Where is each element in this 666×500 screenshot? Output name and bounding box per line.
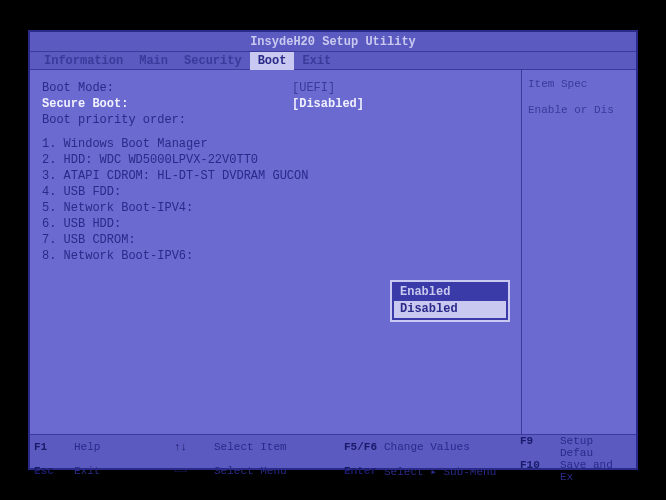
help-esc: EscExit xyxy=(30,465,170,477)
tab-exit[interactable]: Exit xyxy=(294,52,339,70)
help-row-1: F1Help ↑↓Select Item F5/F6Change Values … xyxy=(30,435,636,459)
popup-option-enabled[interactable]: Enabled xyxy=(394,284,506,301)
help-bar: F1Help ↑↓Select Item F5/F6Change Values … xyxy=(30,434,636,468)
help-f9: F9Setup Defau xyxy=(516,435,636,459)
help-f10: F10Save and Ex xyxy=(516,459,636,483)
help-updown: ↑↓Select Item xyxy=(170,441,340,453)
boot-item-4[interactable]: USB FDD: xyxy=(42,184,509,200)
boot-item-5[interactable]: Network Boot-IPV4: xyxy=(42,200,509,216)
boot-mode-value: UEFI xyxy=(292,80,335,96)
app-title: InsydeH20 Setup Utility xyxy=(250,35,416,49)
secure-boot-row[interactable]: Secure Boot: Disabled xyxy=(42,96,509,112)
secure-boot-popup: Enabled Disabled xyxy=(390,280,510,322)
secure-boot-value: Disabled xyxy=(292,96,364,112)
tab-main[interactable]: Main xyxy=(131,52,176,70)
boot-item-1[interactable]: Windows Boot Manager xyxy=(42,136,509,152)
tab-information[interactable]: Information xyxy=(36,52,131,70)
help-leftr: ←→Select Menu xyxy=(170,465,340,477)
boot-priority-label: Boot priority order: xyxy=(42,112,292,128)
boot-item-8[interactable]: Network Boot-IPV6: xyxy=(42,248,509,264)
help-text: Enable or Dis xyxy=(528,104,630,116)
boot-item-2[interactable]: HDD: WDC WD5000LPVX-22V0TT0 xyxy=(42,152,509,168)
help-f1: F1Help xyxy=(30,441,170,453)
boot-priority-list: Windows Boot Manager HDD: WDC WD5000LPVX… xyxy=(42,136,509,264)
secure-boot-label: Secure Boot: xyxy=(42,96,292,112)
help-title: Item Spec xyxy=(528,78,630,90)
help-panel: Item Spec Enable or Dis xyxy=(521,70,636,434)
boot-mode-label: Boot Mode: xyxy=(42,80,292,96)
bios-screen: InsydeH20 Setup Utility Information Main… xyxy=(28,30,638,470)
tab-security[interactable]: Security xyxy=(176,52,250,70)
boot-item-3[interactable]: ATAPI CDROM: HL-DT-ST DVDRAM GUCON xyxy=(42,168,509,184)
help-enter: EnterSelect ▸ Sub-Menu xyxy=(340,465,516,478)
boot-priority-header: Boot priority order: xyxy=(42,112,509,128)
title-bar: InsydeH20 Setup Utility xyxy=(30,32,636,52)
menu-bar: Information Main Security Boot Exit xyxy=(30,52,636,70)
help-f5f6: F5/F6Change Values xyxy=(340,441,516,453)
boot-item-7[interactable]: USB CDROM: xyxy=(42,232,509,248)
boot-mode-row[interactable]: Boot Mode: UEFI xyxy=(42,80,509,96)
help-row-2: EscExit ←→Select Menu EnterSelect ▸ Sub-… xyxy=(30,459,636,483)
tab-boot[interactable]: Boot xyxy=(250,52,295,70)
boot-item-6[interactable]: USB HDD: xyxy=(42,216,509,232)
settings-panel: Boot Mode: UEFI Secure Boot: Disabled Bo… xyxy=(30,70,521,434)
main-area: Boot Mode: UEFI Secure Boot: Disabled Bo… xyxy=(30,70,636,434)
popup-option-disabled[interactable]: Disabled xyxy=(394,301,506,318)
